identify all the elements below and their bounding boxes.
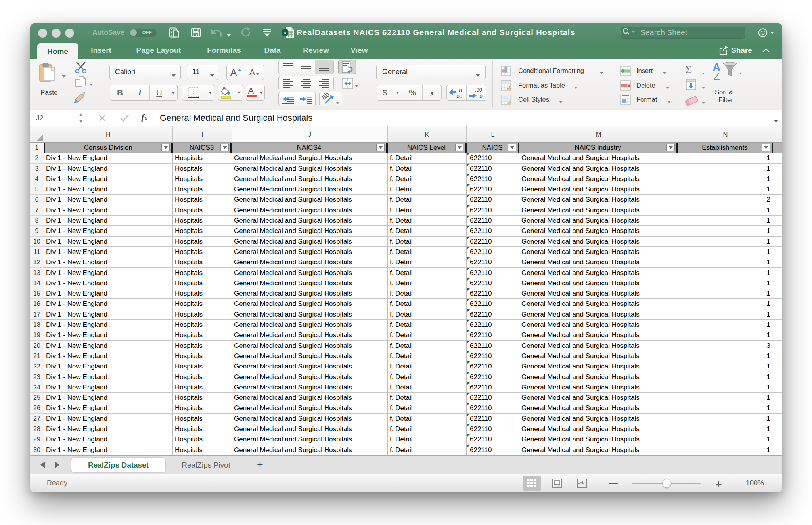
svg-text:.00: .00 (475, 87, 482, 93)
svg-text:x: x (284, 30, 287, 36)
svg-text:.0: .0 (458, 88, 462, 94)
svg-text:.0: .0 (478, 94, 483, 99)
svg-text:.00: .00 (455, 94, 462, 99)
